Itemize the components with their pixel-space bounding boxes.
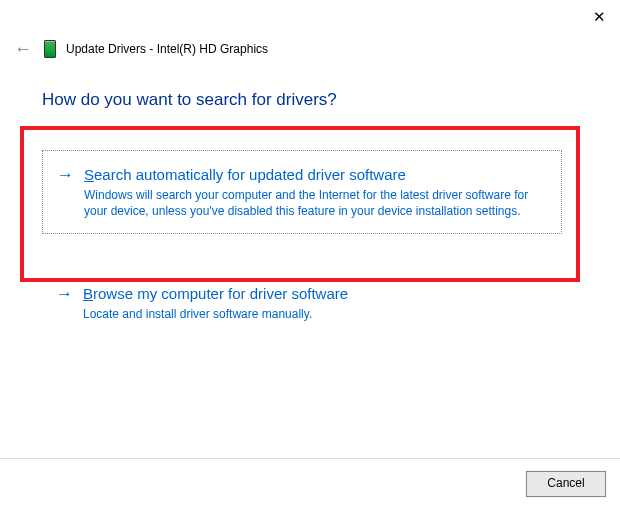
device-icon — [44, 40, 56, 58]
option-title: Search automatically for updated driver … — [84, 165, 545, 185]
page-heading: How do you want to search for drivers? — [42, 90, 337, 110]
back-icon[interactable]: ← — [12, 40, 34, 58]
close-icon[interactable]: ✕ — [593, 8, 606, 26]
window-title: Update Drivers - Intel(R) HD Graphics — [66, 42, 268, 56]
option-description: Locate and install driver software manua… — [83, 306, 546, 322]
cancel-button[interactable]: Cancel — [526, 471, 606, 497]
option-description: Windows will search your computer and th… — [84, 187, 545, 219]
arrow-right-icon: → — [56, 285, 73, 304]
option-browse-computer[interactable]: → Browse my computer for driver software… — [42, 284, 562, 322]
footer: Cancel — [0, 458, 620, 508]
header: ← Update Drivers - Intel(R) HD Graphics — [12, 40, 268, 58]
arrow-right-icon: → — [57, 166, 74, 185]
option-title: Browse my computer for driver software — [83, 284, 546, 304]
option-search-automatically[interactable]: → Search automatically for updated drive… — [42, 150, 562, 234]
